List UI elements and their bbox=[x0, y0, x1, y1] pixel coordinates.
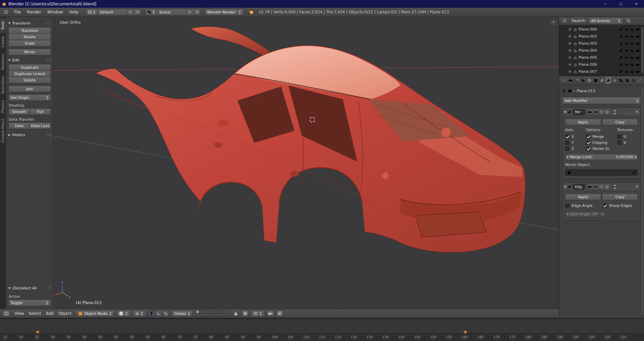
panel-header-deselect-all[interactable]: ▼ (De)select All bbox=[8, 285, 51, 291]
eyedropper-icon[interactable] bbox=[632, 171, 636, 175]
rotate-manipulator-icon[interactable] bbox=[155, 310, 162, 317]
panel-header-history[interactable]: ▶ History bbox=[8, 132, 51, 138]
checkbox-axis-x[interactable]: X bbox=[565, 133, 584, 139]
shade-smooth-button[interactable]: Smooth bbox=[8, 108, 30, 115]
info-menu-item[interactable]: Help bbox=[66, 10, 81, 14]
scene-add-button[interactable]: + bbox=[186, 9, 193, 15]
selectability-cursor-icon[interactable] bbox=[630, 42, 634, 46]
editor-type-info-icon[interactable] bbox=[2, 9, 10, 15]
duplicate-linked-button[interactable]: Duplicate Linked bbox=[8, 70, 51, 77]
object-name[interactable]: Plane.003 bbox=[579, 41, 618, 46]
slider-increase-icon[interactable] bbox=[602, 213, 604, 216]
snap-magnet-icon[interactable] bbox=[241, 310, 249, 317]
delete-modifier-icon[interactable] bbox=[635, 110, 639, 115]
delete-modifier-icon[interactable] bbox=[635, 184, 639, 189]
properties-scrollbar[interactable] bbox=[641, 87, 643, 315]
outliner-row[interactable]: ⊕ Plane.004 bbox=[559, 47, 644, 54]
render-engine-dropdown[interactable]: Blender Render bbox=[204, 9, 244, 15]
slider-decrease-icon[interactable] bbox=[567, 156, 568, 159]
scale-manipulator-icon[interactable] bbox=[162, 310, 169, 317]
mirror-object-field[interactable] bbox=[565, 169, 638, 176]
selectability-cursor-icon[interactable] bbox=[630, 56, 634, 60]
checkbox-edge-angle[interactable]: Edge Angle bbox=[565, 203, 601, 209]
modifier-name-field[interactable]: Mir bbox=[573, 109, 585, 115]
layers-grid-left[interactable] bbox=[196, 310, 211, 317]
checkbox-sharp-edges[interactable]: Sharp Edges bbox=[603, 203, 638, 209]
expand-icon[interactable]: ⊕ bbox=[568, 48, 572, 53]
toggle-cage-icon[interactable] bbox=[604, 109, 610, 115]
scene-browse[interactable] bbox=[145, 9, 157, 15]
snap-element-dropdown[interactable] bbox=[251, 310, 265, 317]
toggle-editmode-icon[interactable] bbox=[598, 184, 604, 190]
edge-split-modifier-header[interactable]: ▼ Edg bbox=[562, 183, 641, 191]
viewport-menu-item[interactable]: Add bbox=[44, 311, 56, 316]
info-menu-item[interactable]: File bbox=[11, 10, 24, 14]
move-up-icon[interactable] bbox=[612, 184, 617, 187]
object-name[interactable]: Plane.004 bbox=[579, 48, 618, 53]
panel-grip-icon[interactable] bbox=[46, 133, 51, 136]
toolshelf-tab-physics[interactable]: Physics bbox=[0, 97, 6, 116]
visibility-eye-icon[interactable] bbox=[625, 49, 629, 53]
toggle-render-icon[interactable] bbox=[587, 184, 593, 190]
render-animation-button[interactable] bbox=[276, 310, 283, 317]
toggle-editmode-icon[interactable] bbox=[598, 109, 604, 115]
visibility-eye-icon[interactable] bbox=[625, 35, 629, 39]
pivot-center-dropdown[interactable]: ⊕ bbox=[132, 310, 146, 317]
visibility-eye-icon[interactable] bbox=[625, 42, 629, 46]
search-icon[interactable] bbox=[625, 17, 632, 24]
object-name[interactable]: Plane.002 bbox=[579, 34, 618, 39]
tab-material[interactable] bbox=[618, 77, 624, 84]
tab-texture[interactable] bbox=[625, 77, 630, 84]
renderability-camera-icon[interactable] bbox=[636, 70, 640, 74]
timeline-ruler[interactable]: 1520253035404550556065707580859095100105… bbox=[0, 333, 644, 341]
data-layout-button[interactable]: Data Layo bbox=[30, 122, 51, 129]
merge-limit-slider[interactable]: Merge Limit: 0.001500 bbox=[565, 154, 638, 160]
transform-orientation-dropdown[interactable]: Global bbox=[171, 310, 193, 317]
viewport-canvas[interactable]: x y z bbox=[54, 17, 559, 309]
renderability-camera-icon[interactable] bbox=[636, 42, 640, 46]
selectability-cursor-icon[interactable] bbox=[630, 49, 634, 53]
mode-dropdown[interactable]: Object Mode bbox=[76, 310, 114, 317]
data-button[interactable]: Data bbox=[8, 122, 30, 129]
toggle-cage-icon[interactable] bbox=[604, 184, 610, 190]
toggle-realtime-eye-icon[interactable] bbox=[593, 184, 599, 190]
shade-flat-button[interactable]: Flat bbox=[30, 108, 51, 115]
scale-button[interactable]: Scale bbox=[8, 40, 51, 47]
object-name[interactable]: Plane.000 bbox=[579, 27, 618, 32]
timeline-area[interactable]: 1520253035404550556065707580859095100105… bbox=[0, 318, 644, 341]
move-down-icon[interactable] bbox=[612, 187, 617, 190]
checkbox-vertex-groups[interactable]: Vertex Gr bbox=[586, 146, 615, 152]
move-up-icon[interactable] bbox=[612, 109, 617, 112]
minimize-button[interactable]: ─ bbox=[598, 0, 613, 8]
slider-decrease-icon[interactable] bbox=[567, 213, 568, 216]
info-menu-item[interactable]: Window bbox=[44, 10, 66, 14]
outliner-scrollbar[interactable] bbox=[641, 27, 643, 73]
visibility-eye-icon[interactable] bbox=[625, 56, 629, 60]
tab-scene[interactable] bbox=[580, 77, 586, 84]
toolshelf-tab-relations[interactable]: Relations bbox=[0, 51, 6, 73]
outliner-row[interactable]: ⊕ Plane.007 bbox=[559, 68, 644, 75]
selectability-cursor-icon[interactable] bbox=[630, 70, 634, 74]
delete-button[interactable]: Delete bbox=[8, 77, 51, 83]
tab-object-data[interactable] bbox=[612, 77, 618, 84]
tab-render-layers[interactable] bbox=[574, 77, 580, 84]
tab-particles[interactable] bbox=[631, 77, 636, 84]
object-name[interactable]: Plane.006 bbox=[579, 62, 618, 67]
tab-physics[interactable] bbox=[637, 77, 643, 84]
screen-layout-name[interactable]: Default bbox=[98, 9, 126, 15]
join-button[interactable]: Join bbox=[8, 86, 51, 92]
tab-world[interactable] bbox=[587, 77, 592, 84]
mirror-button[interactable]: Mirror bbox=[8, 49, 51, 55]
outliner-row[interactable]: ⊕ Plane.005 bbox=[559, 54, 644, 61]
screen-layout-browse[interactable] bbox=[86, 9, 98, 15]
slider-increase-icon[interactable] bbox=[635, 156, 637, 159]
viewport-menu-item[interactable]: View bbox=[12, 311, 26, 316]
checkbox-texture-u[interactable]: U bbox=[617, 133, 638, 139]
scene-name[interactable]: Scene bbox=[157, 9, 186, 15]
panel-grip-icon[interactable] bbox=[46, 22, 51, 25]
maximize-button[interactable]: ▢ bbox=[613, 0, 629, 8]
modifier-name-field[interactable]: Edg bbox=[573, 184, 585, 190]
tab-object[interactable] bbox=[593, 77, 599, 84]
outliner-row[interactable]: ⊕ Plane.000 bbox=[559, 26, 644, 33]
panel-header-edit[interactable]: ▼ Edit bbox=[8, 57, 51, 63]
